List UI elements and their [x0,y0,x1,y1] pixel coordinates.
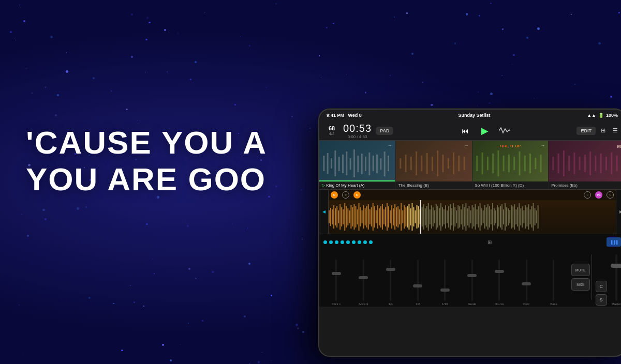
svg-rect-77 [360,207,361,226]
solo-s-button[interactable]: S [596,294,607,306]
svg-rect-85 [373,203,374,231]
svg-rect-16 [384,151,386,176]
svg-rect-41 [529,154,531,173]
svg-rect-23 [426,153,427,174]
svg-rect-35 [497,150,499,176]
ch-dot-3 [335,240,338,244]
fader-6[interactable]: Guide [460,260,485,306]
waveform-svg [329,200,616,234]
song-tracks: → [319,141,621,190]
fader-1-label: Click × [332,302,341,306]
status-battery: ▲▲ 🔋 100% [587,113,618,118]
svg-rect-161 [491,209,492,224]
svg-rect-160 [489,206,490,228]
marker-loop2: ↻ [584,191,591,199]
svg-rect-49 [579,157,581,170]
marker-v1: ↻ [342,191,349,199]
fader-3-track[interactable] [390,260,391,301]
ch-dot-4 [341,240,344,244]
track-4[interactable]: M Promises (Bb) [549,141,621,189]
wifi-icon: ▲▲ [587,113,596,118]
svg-rect-144 [464,207,465,226]
svg-rect-60 [333,205,334,229]
svg-rect-108 [408,204,409,230]
svg-rect-116 [420,200,421,234]
wave-button[interactable] [497,124,512,138]
master-fader-channel[interactable]: Master [612,254,621,306]
fader-2-label: Accent [359,302,368,306]
svg-rect-129 [440,203,441,231]
svg-rect-181 [522,206,523,228]
mute-buttons: MUTE MIDI [571,264,590,291]
svg-rect-42 [535,158,536,169]
solo-c-button[interactable]: C [596,281,607,292]
fader-4[interactable]: 1/8 [405,260,431,306]
track-2[interactable]: → [396,141,472,189]
fader-7-track[interactable] [498,260,500,301]
fader-1-track[interactable] [335,260,337,301]
svg-rect-28 [453,153,454,174]
mixer-settings-button[interactable]: ⊞ [487,239,492,245]
svg-rect-117 [422,207,423,226]
svg-rect-118 [423,204,424,230]
svg-rect-153 [478,206,479,228]
svg-rect-179 [519,203,520,231]
svg-rect-178 [517,207,518,226]
fader-3[interactable]: 1/4 [378,260,404,306]
back-button[interactable]: ⏮ [458,124,472,138]
fader-2-track[interactable] [363,260,364,301]
fader-7-label: Drums [495,302,504,306]
battery-icon: 🔋 [598,113,604,118]
track-3-thumb: → [472,141,549,181]
midi-solo-button[interactable]: MIDI [571,278,590,291]
svg-rect-135 [450,204,451,230]
svg-rect-101 [397,206,398,228]
track-2-label: The Blessing (B) [396,181,472,189]
waveform-side-icon: ◀ [321,209,326,214]
fader-6-track[interactable] [471,260,473,301]
track-3[interactable]: → [472,141,549,189]
svg-rect-24 [432,157,433,171]
fader-8-track[interactable] [526,260,527,301]
fader-1[interactable]: Click × [323,260,349,306]
svg-rect-187 [531,206,533,228]
track-1[interactable]: → [319,141,396,189]
mute-button[interactable]: MUTE [571,264,590,276]
svg-rect-80 [365,208,366,225]
fader-8[interactable]: Perc [514,260,540,306]
svg-rect-36 [502,156,504,171]
master-fader-thumb [611,264,621,268]
svg-rect-11 [365,157,366,171]
svg-rect-32 [481,153,483,174]
play-button[interactable]: ▶ [478,124,492,138]
fader-6-thumb [467,274,477,277]
fader-9[interactable]: Bass [541,260,567,306]
fader-9-track[interactable] [553,260,554,301]
svg-rect-148 [470,210,471,223]
master-fader-track[interactable] [615,254,617,301]
fader-4-track[interactable] [417,260,419,301]
waveform-area[interactable]: ◀ C ↻ C ↻ [319,190,621,234]
fader-5[interactable]: 1/16 [432,260,458,306]
svg-rect-142 [461,209,462,224]
svg-rect-73 [353,204,354,230]
svg-rect-168 [501,204,502,230]
svg-rect-57 [329,210,330,223]
svg-rect-15 [380,158,381,170]
fader-7[interactable]: Drums [486,260,512,306]
lyrics-line-1: 'CAUSE YOU A [26,124,267,161]
svg-rect-121 [428,203,429,231]
svg-rect-4 [338,157,340,171]
transport-right: EDIT ⊞ ☰ [576,126,620,135]
track-4-thumb: M [549,141,621,181]
fader-2[interactable]: Accent [351,260,377,306]
menu-button[interactable]: ☰ [611,126,620,135]
svg-rect-37 [508,155,509,172]
edit-button[interactable]: EDIT [576,127,596,135]
midi-button[interactable]: ⊞ [599,126,608,135]
svg-rect-7 [350,158,351,170]
svg-rect-61 [335,208,336,225]
pad-button[interactable]: PAD [376,127,393,135]
marker-v3-circle: V3 [595,191,602,199]
fader-5-track[interactable] [444,260,446,301]
